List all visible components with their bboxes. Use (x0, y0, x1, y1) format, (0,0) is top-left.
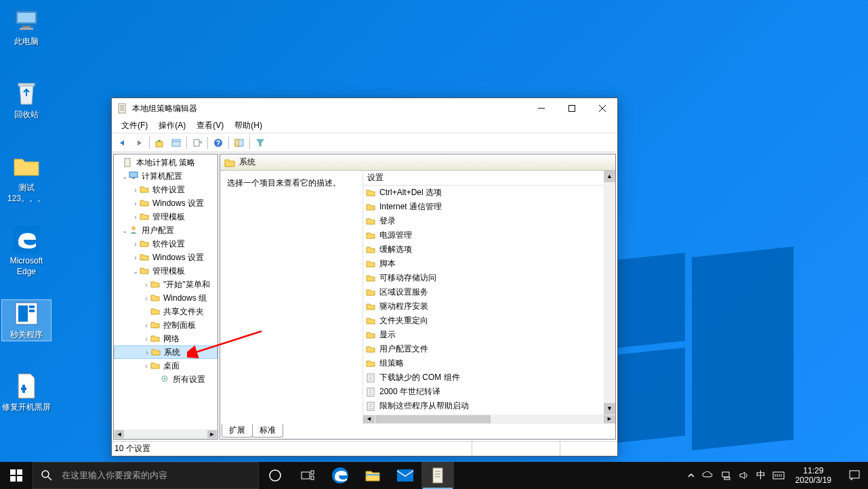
list-item[interactable]: 区域设置服务 (363, 285, 615, 299)
vscrollbar[interactable]: ▲ ▼ (604, 171, 615, 414)
status-text: 10 个设置 (115, 442, 472, 456)
desktop-icon-test-folder[interactable]: 测试123。。。 (1, 153, 51, 204)
tree-computer-config[interactable]: ⌄ 计算机配置 (114, 169, 218, 183)
close-button[interactable] (587, 98, 617, 119)
list-item[interactable]: Ctrl+Alt+Del 选项 (363, 186, 615, 200)
list-item[interactable]: 脚本 (363, 257, 615, 271)
forward-button[interactable] (131, 135, 147, 150)
scroll-left-icon[interactable]: ◄ (363, 415, 375, 423)
folder-icon (366, 217, 377, 226)
svg-point-52 (42, 471, 49, 477)
tab-standard[interactable]: 标准 (252, 424, 283, 438)
node-label: 管理模板 (152, 265, 185, 277)
node-label: Windows 组 (163, 293, 207, 304)
up-button[interactable] (152, 135, 168, 150)
start-button[interactable] (0, 462, 33, 489)
folder-icon (13, 153, 40, 180)
titlebar[interactable]: 本地组策略编辑器 (112, 98, 617, 119)
svg-rect-11 (21, 387, 24, 390)
scroll-thumb[interactable] (375, 415, 491, 423)
export-button[interactable] (189, 135, 205, 150)
list-item[interactable]: 显示 (363, 328, 615, 342)
desktop-icon-this-pc[interactable]: 此电脑 (1, 7, 51, 47)
task-cortana[interactable] (259, 462, 291, 489)
help-button[interactable]: ? (210, 135, 226, 150)
folder-icon (366, 345, 377, 354)
task-mail[interactable] (389, 462, 421, 489)
tree-all-settings[interactable]: 所有设置 (114, 373, 218, 386)
desktop-icon-close-app[interactable]: 秒关程序 (1, 299, 51, 341)
tree-node[interactable]: › Windows 设置 (114, 251, 218, 264)
folder-icon (366, 245, 377, 255)
tree-node-共享文件夹[interactable]: 共享文件夹 (114, 305, 218, 318)
list-item[interactable]: 用户配置文件 (363, 342, 615, 356)
tree-node[interactable]: › Windows 设置 (114, 196, 218, 210)
filter-button[interactable] (252, 135, 268, 150)
scroll-up-icon[interactable]: ▲ (604, 171, 615, 182)
maximize-button[interactable] (556, 98, 587, 119)
tray-ime[interactable]: 中 (756, 469, 766, 482)
tray-chevron-up-icon[interactable] (687, 472, 695, 479)
list-item[interactable]: 2000 年世纪转译 (363, 385, 615, 399)
svg-rect-4 (18, 83, 35, 86)
task-gpedit[interactable] (421, 462, 454, 489)
list-item[interactable]: 下载缺少的 COM 组件 (363, 370, 615, 385)
scroll-down-icon[interactable]: ▼ (604, 403, 615, 414)
clock-date: 2020/3/19 (795, 475, 831, 485)
list-item[interactable]: 限制这些程序从帮助启动 (363, 399, 615, 413)
scroll-right-icon[interactable]: ► (604, 415, 615, 423)
list-item[interactable]: 可移动存储访问 (363, 271, 615, 285)
minimize-button[interactable] (526, 98, 556, 119)
scroll-left-icon[interactable]: ◄ (115, 430, 124, 438)
properties-button[interactable] (168, 135, 184, 150)
tray-volume-icon[interactable] (739, 471, 749, 480)
tree-user-config[interactable]: ⌄ 用户配置 (114, 224, 218, 237)
menu-view[interactable]: 查看(V) (191, 119, 229, 133)
tree-node-[interactable]: › "开始"菜单和 (114, 278, 218, 291)
menu-file[interactable]: 文件(F) (116, 119, 153, 133)
desktop-icon-edge[interactable]: Microsoft Edge (1, 226, 51, 277)
tray-keyboard-icon[interactable] (772, 471, 785, 480)
action-center[interactable] (841, 462, 868, 489)
tray-onedrive-icon[interactable] (702, 471, 714, 480)
svg-rect-24 (194, 140, 199, 146)
menu-help[interactable]: 帮助(H) (229, 119, 268, 133)
tab-extended[interactable]: 扩展 (222, 424, 253, 438)
back-button[interactable] (115, 135, 131, 150)
task-view[interactable] (291, 462, 324, 489)
tree-root[interactable]: 本地计算机 策略 (114, 156, 218, 169)
tree-node-网络[interactable]: › 网络 (114, 332, 218, 345)
task-explorer[interactable] (356, 462, 389, 489)
svg-rect-60 (397, 469, 413, 482)
tree-node-系统[interactable]: › 系统 (114, 345, 218, 359)
tree-node-桌面[interactable]: › 桌面 (114, 359, 218, 373)
list-item[interactable]: 电源管理 (363, 228, 615, 242)
hscrollbar[interactable]: ◄ ► (363, 414, 615, 424)
svg-rect-56 (311, 471, 314, 474)
list-item[interactable]: 登录 (363, 214, 615, 228)
show-hide-button[interactable] (231, 135, 247, 150)
search-input[interactable]: 在这里输入你要搜索的内容 (33, 462, 259, 489)
tree-node-控制面板[interactable]: › 控制面板 (114, 318, 218, 332)
desktop-icon-fix-boot[interactable]: 修复开机黑屏 (1, 373, 51, 413)
scroll-right-icon[interactable]: ► (207, 430, 217, 438)
tree-admin-templates[interactable]: ⌄ 管理模板 (114, 264, 218, 278)
tree-node[interactable]: › 软件设置 (114, 237, 218, 251)
tree-node[interactable]: › 软件设置 (114, 183, 218, 196)
tray-network-icon[interactable] (721, 471, 732, 480)
list-item[interactable]: 文件夹重定向 (363, 314, 615, 328)
list-item[interactable]: Internet 通信管理 (363, 200, 615, 214)
clock[interactable]: 11:29 2020/3/19 (791, 466, 835, 486)
item-label: 文件夹重定向 (379, 315, 428, 326)
desktop-icon-recycle-bin[interactable]: 回收站 (1, 80, 51, 121)
list-item[interactable]: 驱动程序安装 (363, 299, 615, 314)
menu-action[interactable]: 操作(A) (153, 119, 191, 133)
list-item[interactable]: 缓解选项 (363, 242, 615, 257)
column-header-settings[interactable]: 设置 (363, 171, 615, 186)
list-item[interactable]: 组策略 (363, 356, 615, 370)
svg-rect-28 (235, 140, 239, 146)
task-edge[interactable] (324, 462, 356, 489)
tree-hscrollbar[interactable]: ◄ ► (114, 429, 218, 439)
tree-node-Windows 组[interactable]: › Windows 组 (114, 291, 218, 305)
tree-node[interactable]: › 管理模板 (114, 210, 218, 224)
